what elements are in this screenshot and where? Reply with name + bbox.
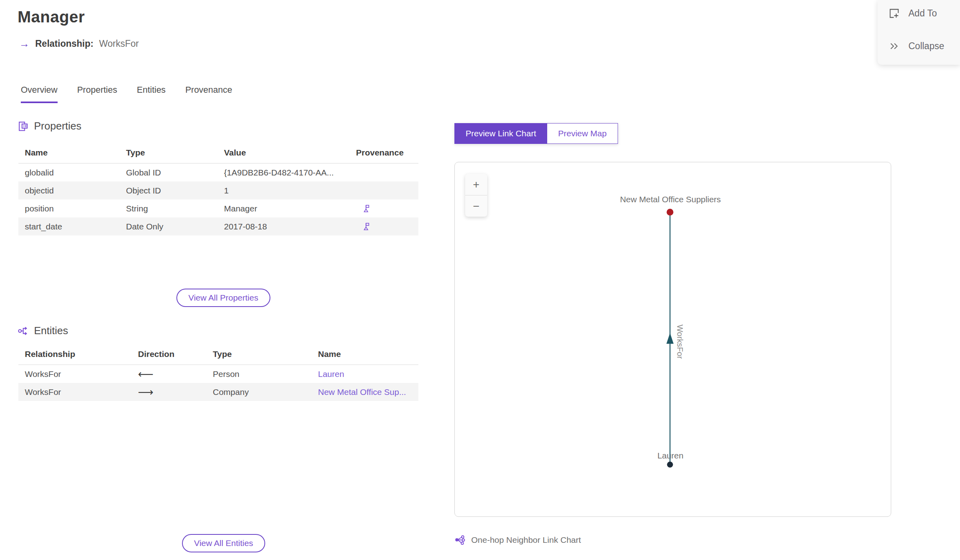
node-company[interactable]: [667, 209, 674, 215]
col-direction: Direction: [132, 349, 206, 359]
col-provenance: Provenance: [350, 148, 418, 157]
node-label-top: New Metal Office Suppliers: [620, 195, 721, 204]
property-provenance: [350, 222, 418, 231]
chart-caption-label: One-hop Neighbor Link Chart: [471, 535, 581, 545]
property-name: objectid: [18, 186, 120, 195]
property-type: Date Only: [120, 222, 218, 231]
property-value: 2017-08-18: [218, 222, 350, 231]
relationship-arrow-icon: →: [19, 38, 30, 50]
properties-icon: [18, 121, 29, 132]
preview-toggle: Preview Link Chart Preview Map: [454, 123, 618, 144]
link-chart-canvas[interactable]: New Metal Office Suppliers Lauren WorksF…: [454, 162, 891, 517]
table-row: WorksFor ⟵ Person Lauren: [18, 365, 418, 383]
link-chart-graph: New Metal Office Suppliers Lauren WorksF…: [455, 162, 891, 516]
properties-table: Name Type Value Provenance globalid Glob…: [18, 145, 418, 235]
relationship-detail-page: Manager → Relationship: WorksFor Add To …: [0, 0, 960, 560]
provenance-flag-icon[interactable]: [362, 222, 371, 231]
col-name: Name: [18, 148, 120, 157]
view-all-properties-button[interactable]: View All Properties: [176, 289, 270, 307]
tab-overview[interactable]: Overview: [21, 85, 58, 103]
tab-properties[interactable]: Properties: [77, 85, 117, 103]
edge-label: WorksFor: [676, 325, 684, 359]
table-row: position String Manager: [18, 199, 418, 217]
property-value: {1A9DB2B6-D482-4170-AA...: [218, 168, 350, 177]
entity-relationship: WorksFor: [18, 387, 132, 397]
tab-provenance[interactable]: Provenance: [185, 85, 232, 103]
node-label-bottom: Lauren: [657, 451, 683, 460]
entities-table: Relationship Direction Type Name WorksFo…: [18, 346, 418, 401]
table-row: globalid Global ID {1A9DB2B6-D482-4170-A…: [18, 163, 418, 181]
col-relationship: Relationship: [18, 349, 132, 359]
add-to-icon: [889, 8, 900, 19]
direction-arrow-right-icon: ⟶: [132, 386, 206, 399]
page-title: Manager: [18, 8, 85, 26]
relationship-subtitle: → Relationship: WorksFor: [19, 38, 139, 50]
properties-table-header: Name Type Value Provenance: [18, 145, 418, 163]
relationship-value: WorksFor: [99, 38, 139, 49]
zoom-in-button[interactable]: +: [465, 174, 487, 195]
add-to-button[interactable]: Add To: [889, 8, 937, 19]
entity-name-link[interactable]: Lauren: [318, 369, 344, 379]
add-to-label: Add To: [908, 8, 937, 19]
entities-icon: [18, 325, 29, 337]
collapse-icon: [889, 41, 900, 52]
property-value: 1: [218, 186, 350, 195]
entity-relationship: WorksFor: [18, 369, 132, 379]
node-person[interactable]: [667, 462, 673, 468]
provenance-flag-icon[interactable]: [362, 204, 371, 213]
detail-tabs: Overview Properties Entities Provenance: [21, 85, 232, 103]
properties-section-heading: Properties: [18, 120, 82, 132]
view-all-entities-button[interactable]: View All Entities: [182, 534, 265, 552]
table-row: objectid Object ID 1: [18, 181, 418, 199]
entity-type: Person: [206, 369, 312, 379]
relationship-label: Relationship:: [35, 38, 94, 49]
zoom-out-button[interactable]: −: [465, 195, 487, 217]
action-panel: Add To Collapse: [878, 0, 960, 65]
property-name: position: [18, 204, 120, 213]
property-provenance: [350, 204, 418, 213]
property-type: String: [120, 204, 218, 213]
property-type: Global ID: [120, 168, 218, 177]
collapse-button[interactable]: Collapse: [889, 41, 944, 52]
entities-section-title: Entities: [34, 325, 68, 337]
entity-type: Company: [206, 387, 312, 397]
chart-caption: One-hop Neighbor Link Chart: [454, 534, 581, 545]
collapse-label: Collapse: [908, 41, 944, 52]
zoom-control: + −: [465, 174, 487, 217]
entities-table-header: Relationship Direction Type Name: [18, 346, 418, 365]
property-type: Object ID: [120, 186, 218, 195]
preview-link-chart-tab[interactable]: Preview Link Chart: [454, 123, 547, 144]
table-row: start_date Date Only 2017-08-18: [18, 217, 418, 235]
col-type: Type: [206, 349, 312, 359]
property-name: start_date: [18, 222, 120, 231]
entities-section-heading: Entities: [18, 325, 68, 337]
preview-map-tab[interactable]: Preview Map: [547, 123, 618, 144]
col-name: Name: [312, 349, 418, 359]
col-value: Value: [218, 148, 350, 157]
properties-section-title: Properties: [34, 120, 82, 132]
direction-arrow-left-icon: ⟵: [132, 368, 206, 381]
tab-entities[interactable]: Entities: [137, 85, 166, 103]
entity-name-link[interactable]: New Metal Office Sup...: [318, 387, 406, 397]
one-hop-link-chart-icon: [454, 534, 465, 545]
col-type: Type: [120, 148, 218, 157]
property-value: Manager: [218, 204, 350, 213]
property-name: globalid: [18, 168, 120, 177]
table-row: WorksFor ⟶ Company New Metal Office Sup.…: [18, 383, 418, 401]
edge-arrowhead-icon: [666, 333, 674, 344]
